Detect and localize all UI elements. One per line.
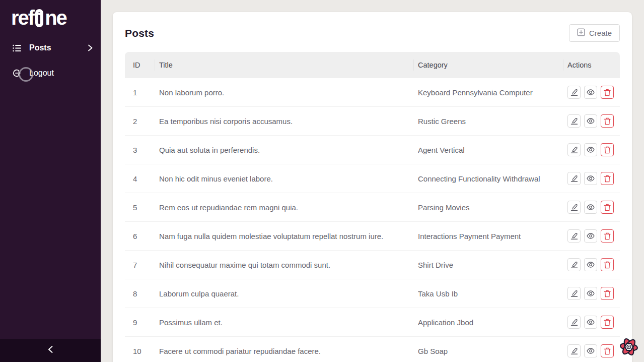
show-button[interactable] bbox=[584, 172, 597, 185]
refine-devtools-icon[interactable] bbox=[618, 336, 639, 358]
row-actions bbox=[567, 258, 620, 271]
delete-button[interactable] bbox=[601, 287, 614, 300]
create-button-label: Create bbox=[589, 29, 612, 37]
edit-button[interactable] bbox=[567, 229, 581, 243]
edit-button[interactable] bbox=[567, 86, 581, 99]
row-title: Nam fuga nulla quidem molestiae voluptat… bbox=[159, 232, 418, 240]
row-title: Rem eos ut repudiandae rem magni quia. bbox=[159, 203, 418, 212]
refine-logo[interactable]: refne bbox=[0, 0, 101, 29]
row-category: Rustic Greens bbox=[418, 117, 567, 126]
logo-text-left: ref bbox=[11, 7, 34, 29]
edit-button[interactable] bbox=[567, 287, 581, 300]
delete-button[interactable] bbox=[601, 201, 614, 214]
column-header-id[interactable]: ID bbox=[125, 61, 159, 69]
show-button[interactable] bbox=[584, 344, 597, 357]
delete-button[interactable] bbox=[601, 86, 614, 99]
row-id: 5 bbox=[125, 203, 159, 212]
edit-button[interactable] bbox=[567, 201, 581, 214]
row-id: 1 bbox=[125, 88, 159, 97]
show-button[interactable] bbox=[584, 287, 597, 300]
row-actions bbox=[567, 172, 620, 185]
row-id: 10 bbox=[125, 347, 159, 355]
row-title: Ea temporibus nisi corporis accusamus. bbox=[159, 117, 418, 126]
column-header-actions: Actions bbox=[567, 61, 620, 69]
row-actions bbox=[567, 143, 620, 156]
delete-button[interactable] bbox=[601, 316, 614, 329]
chevron-left-icon bbox=[47, 345, 53, 355]
sidebar: refne Posts Logout bbox=[0, 0, 101, 362]
row-id: 4 bbox=[125, 174, 159, 183]
row-category: Agent Vertical bbox=[418, 146, 567, 154]
show-button[interactable] bbox=[584, 229, 597, 243]
delete-button[interactable] bbox=[601, 344, 614, 357]
show-button[interactable] bbox=[584, 258, 597, 271]
sidebar-item-label: Posts bbox=[29, 43, 51, 52]
logout-button[interactable]: Logout bbox=[0, 64, 101, 83]
show-button[interactable] bbox=[584, 143, 597, 156]
table-row: 3 Quia aut soluta in perferendis. Agent … bbox=[125, 136, 620, 164]
row-category: Interactions Payment Payment bbox=[418, 232, 567, 240]
logo-text-right: ne bbox=[45, 7, 66, 29]
edit-button[interactable] bbox=[567, 258, 581, 271]
table-row: 1 Non laborum porro. Keyboard Pennsylvan… bbox=[125, 78, 620, 107]
delete-button[interactable] bbox=[601, 143, 614, 156]
app-window: refne Posts Logout bbox=[0, 0, 644, 362]
edit-button[interactable] bbox=[567, 143, 581, 156]
delete-button[interactable] bbox=[601, 258, 614, 271]
main-content: Posts Create ID Title Category Actions 1… bbox=[101, 0, 644, 362]
row-actions bbox=[567, 316, 620, 329]
row-title: Possimus ullam et. bbox=[159, 318, 418, 327]
edit-button[interactable] bbox=[567, 316, 581, 329]
row-category: Keyboard Pennsylvania Computer bbox=[418, 88, 567, 97]
create-button[interactable]: Create bbox=[569, 24, 620, 42]
show-button[interactable] bbox=[584, 316, 597, 329]
table-row: 9 Possimus ullam et. Application Jbod bbox=[125, 308, 620, 337]
sidebar-menu: Posts Logout bbox=[0, 38, 101, 83]
table-row: 2 Ea temporibus nisi corporis accusamus.… bbox=[125, 107, 620, 136]
row-id: 6 bbox=[125, 232, 159, 240]
row-title: Nihil consequatur maxime qui totam commo… bbox=[159, 261, 418, 269]
row-title: Non laborum porro. bbox=[159, 88, 418, 97]
row-id: 8 bbox=[125, 289, 159, 298]
show-button[interactable] bbox=[584, 86, 597, 99]
row-category: Parsing Movies bbox=[418, 203, 567, 212]
delete-button[interactable] bbox=[601, 229, 614, 243]
column-header-title[interactable]: Title bbox=[159, 61, 418, 69]
unordered-list-icon bbox=[12, 43, 21, 52]
delete-button[interactable] bbox=[601, 172, 614, 185]
row-id: 3 bbox=[125, 146, 159, 154]
row-id: 2 bbox=[125, 117, 159, 126]
delete-button[interactable] bbox=[601, 114, 614, 128]
table-row: 5 Rem eos ut repudiandae rem magni quia.… bbox=[125, 193, 620, 222]
logo-toggle-i-icon bbox=[35, 9, 43, 27]
row-title: Non hic odit minus eveniet labore. bbox=[159, 174, 418, 183]
row-title: Facere ut commodi pariatur repudiandae f… bbox=[159, 347, 418, 355]
sidebar-collapse-button[interactable] bbox=[0, 339, 101, 362]
row-actions bbox=[567, 201, 620, 214]
row-category: Shirt Drive bbox=[418, 261, 567, 269]
row-title: Quia aut soluta in perferendis. bbox=[159, 146, 418, 154]
row-actions bbox=[567, 229, 620, 243]
row-actions bbox=[567, 344, 620, 357]
row-category: Taka Usb Ib bbox=[418, 289, 567, 298]
table-header: ID Title Category Actions bbox=[125, 52, 620, 78]
show-button[interactable] bbox=[584, 201, 597, 214]
table-row: 7 Nihil consequatur maxime qui totam com… bbox=[125, 251, 620, 279]
row-id: 9 bbox=[125, 318, 159, 327]
page-title: Posts bbox=[125, 27, 154, 39]
edit-button[interactable] bbox=[567, 344, 581, 357]
edit-button[interactable] bbox=[567, 172, 581, 185]
row-category: Connecting Functionality Withdrawal bbox=[418, 174, 567, 183]
card-header: Posts Create bbox=[125, 24, 620, 42]
logout-icon bbox=[12, 69, 21, 78]
sidebar-item-posts[interactable]: Posts bbox=[0, 38, 101, 57]
table-row: 10 Facere ut commodi pariatur repudianda… bbox=[125, 337, 620, 362]
show-button[interactable] bbox=[584, 114, 597, 128]
edit-button[interactable] bbox=[567, 114, 581, 128]
column-header-category[interactable]: Category bbox=[418, 61, 567, 69]
chevron-right-icon bbox=[86, 43, 95, 52]
row-category: Gb Soap bbox=[418, 347, 567, 355]
table-row: 6 Nam fuga nulla quidem molestiae volupt… bbox=[125, 222, 620, 251]
logout-label: Logout bbox=[29, 69, 54, 78]
plus-square-icon bbox=[577, 28, 585, 38]
